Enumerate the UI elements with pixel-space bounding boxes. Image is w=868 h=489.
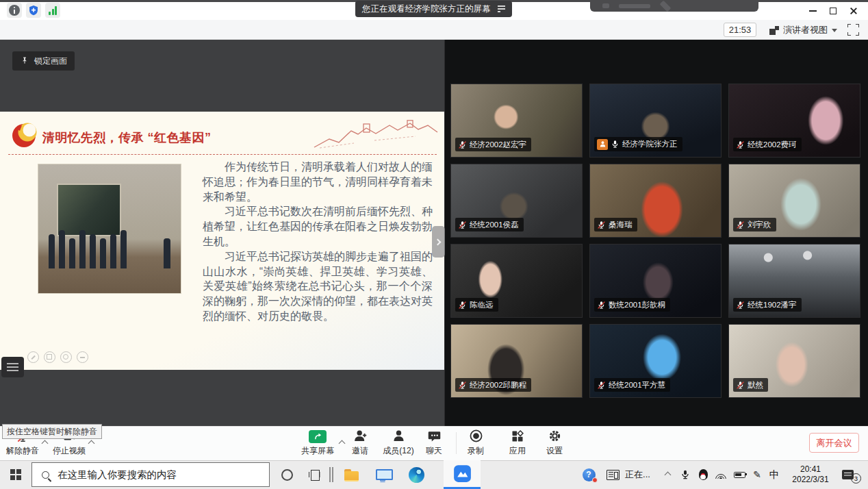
start-button[interactable] bbox=[0, 460, 31, 489]
collapse-panel-button[interactable] bbox=[432, 226, 445, 258]
cortana-icon bbox=[281, 469, 293, 481]
participant-tile[interactable]: 经统2002费珂 bbox=[728, 84, 860, 158]
participant-name: 陈临远 bbox=[470, 300, 494, 310]
lock-view-button[interactable]: 锁定画面 bbox=[12, 51, 75, 71]
participant-tile[interactable]: 数统2001彭歆桐 bbox=[589, 244, 722, 318]
edge-icon bbox=[409, 467, 424, 483]
battery-tray-button[interactable] bbox=[730, 460, 749, 489]
chat-label: 聊天 bbox=[426, 445, 442, 457]
this-pc-button[interactable] bbox=[368, 460, 397, 489]
ime-indicator[interactable]: 中 bbox=[765, 460, 783, 489]
maximize-button[interactable] bbox=[823, 2, 843, 20]
help-glyph: ? bbox=[586, 470, 591, 479]
participant-tile[interactable]: 经统2001平方慧 bbox=[589, 324, 722, 398]
invite-button[interactable]: 邀请 bbox=[345, 429, 375, 457]
participant-tile[interactable]: 刘宇欣 bbox=[728, 164, 860, 238]
stop-video-label: 停止视频 bbox=[53, 445, 86, 457]
unmute-tooltip: 按住空格键暂时解除静音 bbox=[2, 424, 102, 439]
qq-tray-button[interactable] bbox=[694, 460, 712, 489]
fullscreen-button[interactable] bbox=[847, 24, 859, 36]
title-divider bbox=[8, 154, 437, 155]
cortana-button[interactable] bbox=[272, 460, 301, 489]
record-icon bbox=[469, 429, 483, 443]
taskbar-search[interactable] bbox=[31, 462, 270, 487]
meeting-app-button[interactable] bbox=[444, 460, 481, 489]
help-icon: ? bbox=[583, 468, 596, 481]
share-screen-button[interactable]: 共享屏幕 bbox=[297, 429, 338, 457]
toolbar-divider bbox=[456, 432, 457, 454]
settings-button[interactable]: 设置 bbox=[539, 429, 570, 457]
mic-muted-icon bbox=[736, 301, 745, 310]
mic-muted-icon bbox=[736, 140, 745, 149]
participant-nametag: 经统2001侯磊 bbox=[455, 218, 524, 231]
gear-icon bbox=[548, 429, 562, 443]
view-mode-dropdown[interactable]: 演讲者视图 bbox=[769, 22, 837, 38]
participant-tile[interactable]: 默然 bbox=[728, 324, 860, 398]
record-button[interactable]: 录制 bbox=[460, 429, 492, 457]
minimize-icon bbox=[809, 10, 817, 12]
chat-button[interactable]: 聊天 bbox=[419, 429, 449, 457]
close-icon bbox=[850, 7, 858, 15]
running-app-tray[interactable]: 正在... bbox=[602, 460, 654, 489]
annotation-menu-handle[interactable] bbox=[1, 357, 24, 377]
participant-tile[interactable]: 经统2001侯磊 bbox=[450, 164, 583, 238]
tray-date: 2022/3/31 bbox=[792, 475, 828, 485]
pen-icon: ✎ bbox=[753, 469, 761, 480]
clock[interactable]: 20:41 2022/3/31 bbox=[784, 460, 837, 489]
members-button[interactable]: 成员(12) bbox=[377, 429, 420, 457]
pen-tray-button[interactable]: ✎ bbox=[749, 460, 765, 489]
tray-expand-button[interactable] bbox=[659, 460, 676, 489]
participant-name: 经统2001平方慧 bbox=[609, 380, 665, 390]
tray-mic-button[interactable] bbox=[676, 460, 694, 489]
chevron-up-icon bbox=[664, 471, 671, 478]
slide-paragraph-1: 作为传统节日，清明承载着人们对故人的缅怀追思；作为春日里的节气，清明同样孕育着未… bbox=[203, 160, 433, 204]
notification-center-button[interactable]: 3 bbox=[837, 460, 867, 489]
layout-icon bbox=[769, 26, 779, 35]
security-button[interactable] bbox=[26, 3, 41, 18]
search-input[interactable] bbox=[58, 469, 235, 480]
party-emblem-icon bbox=[11, 121, 38, 149]
participant-tile[interactable]: 经济学院张方正 bbox=[589, 84, 722, 158]
participant-tile[interactable]: 经统1902潘宇 bbox=[728, 244, 860, 318]
participant-name: 经统1902潘宇 bbox=[748, 300, 797, 310]
participant-tile[interactable]: 桑海瑞 bbox=[589, 164, 722, 238]
meeting-window: 您正在观看经济学院张方正的屏幕 21:53 演讲者视图 锁定画面 bbox=[0, 0, 868, 489]
annotate-more-icon[interactable] bbox=[77, 351, 88, 363]
watching-banner: 您正在观看经济学院张方正的屏幕 bbox=[355, 1, 512, 17]
share-screen-label: 共享屏幕 bbox=[301, 445, 334, 457]
battery-icon bbox=[734, 472, 745, 478]
annotate-copy-icon[interactable] bbox=[44, 351, 55, 363]
help-badge bbox=[592, 477, 598, 483]
tray-time: 20:41 bbox=[792, 464, 828, 475]
banner-menu-icon[interactable] bbox=[498, 5, 505, 12]
leave-meeting-button[interactable]: 离开会议 bbox=[809, 433, 859, 453]
mic-muted-icon bbox=[458, 221, 467, 229]
chevron-right-icon bbox=[435, 238, 442, 245]
edge-button[interactable] bbox=[401, 460, 431, 489]
network-tray-button[interactable] bbox=[712, 460, 730, 489]
participant-nametag: 经统2001平方慧 bbox=[594, 378, 670, 392]
annotate-zoom-icon[interactable] bbox=[60, 351, 72, 363]
task-view-button[interactable] bbox=[301, 460, 327, 489]
meeting-timer: 21:53 bbox=[724, 23, 756, 37]
meeting-info-button[interactable] bbox=[7, 3, 22, 18]
participant-nametag: 经济学院张方正 bbox=[594, 137, 682, 151]
pin-icon bbox=[20, 56, 29, 66]
participant-tile[interactable]: 陈临远 bbox=[450, 244, 583, 318]
qq-penguin-icon bbox=[699, 469, 708, 480]
close-button[interactable] bbox=[843, 2, 864, 20]
minimize-button[interactable] bbox=[802, 2, 823, 20]
slide-paragraph-2: 习近平总书记数次在清明前后缅怀先烈、种植希望，让红色基因的传承在阳春之日焕发勃勃… bbox=[203, 204, 433, 249]
participant-tile[interactable]: 经济2002邱鹏程 bbox=[450, 324, 583, 398]
apps-button[interactable]: 应用 bbox=[502, 429, 533, 457]
settings-label: 设置 bbox=[546, 445, 563, 457]
file-explorer-button[interactable] bbox=[337, 460, 366, 489]
participant-tile[interactable]: 经济2002赵宏宇 bbox=[450, 84, 583, 158]
help-tray-button[interactable]: ? bbox=[578, 460, 600, 489]
annotate-pencil-icon[interactable] bbox=[27, 351, 39, 363]
mic-on-icon bbox=[611, 140, 620, 149]
network-quality-button[interactable] bbox=[45, 3, 60, 18]
participant-name: 刘宇欣 bbox=[748, 220, 771, 230]
mic-muted-icon bbox=[736, 381, 745, 390]
slide-paragraph-3: 习近平总书记探访英雄的脚步走遍了祖国的山山水水，“崇尚英雄、捍卫英雄、学习英雄、… bbox=[203, 249, 433, 324]
